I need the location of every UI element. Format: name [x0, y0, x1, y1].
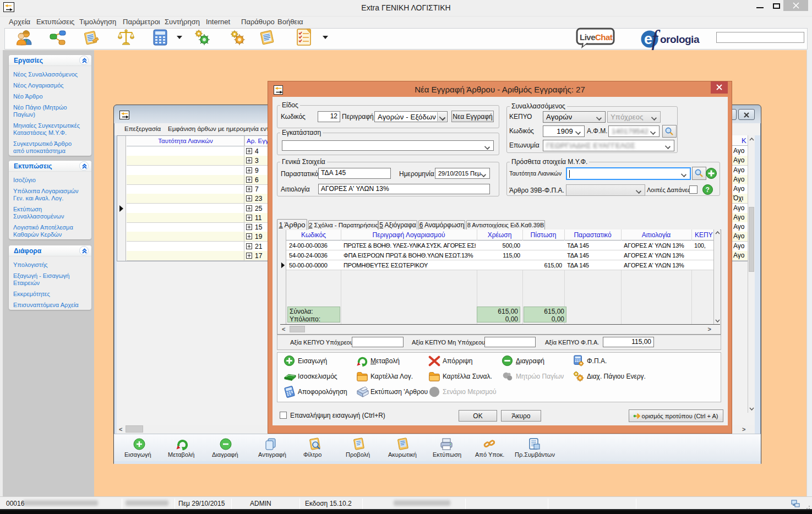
- svg-text:Chat: Chat: [595, 32, 613, 42]
- svg-text:orologia: orologia: [660, 34, 700, 45]
- svg-text:?: ?: [706, 186, 710, 194]
- svg-text:f: f: [651, 28, 661, 51]
- svg-text:Live: Live: [580, 32, 595, 42]
